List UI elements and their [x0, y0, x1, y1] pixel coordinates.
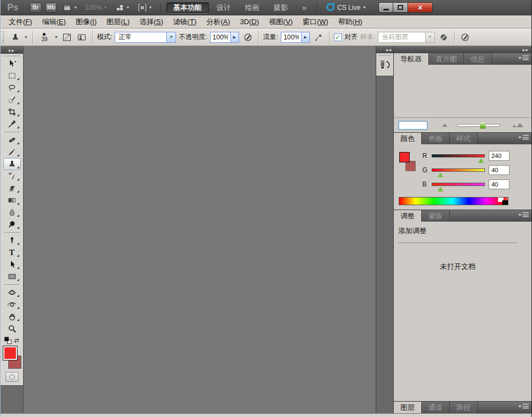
layers-panel-menu-icon[interactable]	[518, 404, 529, 409]
color-tab[interactable]: 色板	[422, 133, 450, 144]
spinner-arrow-icon[interactable]: ▶	[230, 32, 239, 42]
default-colors-icon[interactable]	[4, 337, 12, 344]
adjustments-tab[interactable]: 蒙版	[422, 210, 450, 222]
color-tab[interactable]: 样式	[450, 133, 478, 144]
menu-item-H[interactable]: 帮助(H)	[333, 15, 367, 28]
menu-item-E[interactable]: 编辑(E)	[37, 15, 71, 28]
layers-tab[interactable]: 通道	[422, 402, 450, 413]
layers-tab[interactable]: 图层	[394, 402, 422, 413]
foreground-color-swatch[interactable]	[3, 346, 18, 360]
workspace-button-2[interactable]: 设计	[210, 2, 237, 13]
channel-G-slider[interactable]	[432, 168, 485, 172]
tablet-pressure-opacity-button[interactable]	[242, 31, 254, 43]
menu-item-L[interactable]: 图层(L)	[101, 15, 134, 28]
brush-preset-picker[interactable]: 39	[37, 32, 52, 42]
channel-R-slider[interactable]	[432, 154, 485, 157]
clone-stamp-tool[interactable]	[3, 158, 21, 170]
toolbox-collapse-button[interactable]: ▶▶	[1, 46, 23, 54]
menu-item-S[interactable]: 选择(S)	[134, 15, 168, 28]
toggle-clone-source-panel-button[interactable]	[76, 31, 88, 43]
adjustments-panel-menu-icon[interactable]	[518, 212, 529, 217]
swap-colors-icon[interactable]: ⇄	[14, 337, 19, 344]
zoom-level-dropdown[interactable]: 100% ▼	[83, 3, 110, 13]
menu-item-T[interactable]: 滤镜(T)	[168, 15, 202, 28]
brush-tool[interactable]	[3, 146, 21, 158]
lasso-tool[interactable]	[3, 82, 21, 94]
menu-item-W[interactable]: 窗口(W)	[298, 15, 333, 28]
slider-thumb[interactable]	[480, 122, 486, 129]
blur-tool[interactable]	[3, 206, 21, 218]
3d-orbit-tool[interactable]	[3, 298, 21, 311]
history-panel-button[interactable]	[378, 57, 392, 74]
slider-thumb[interactable]	[478, 159, 484, 163]
arrange-documents-dropdown[interactable]: ▼	[113, 2, 132, 13]
flow-field[interactable]: ▶	[281, 32, 310, 43]
align-checkbox[interactable]: ✓	[334, 33, 342, 41]
expand-dock-button[interactable]: ◀◀	[376, 46, 393, 53]
view-extras-dropdown[interactable]: ▼	[60, 2, 80, 13]
slider-thumb[interactable]	[438, 173, 443, 177]
navigator-zoom-slider[interactable]	[457, 124, 500, 127]
chevron-down-icon[interactable]: ▼	[166, 32, 176, 42]
slider-thumb[interactable]	[438, 187, 443, 191]
toggle-brush-panel-button[interactable]	[61, 31, 73, 43]
screen-mode-dropdown[interactable]: ▼	[135, 2, 155, 13]
eyedropper-tool[interactable]	[3, 118, 21, 130]
path-selection-tool[interactable]	[3, 258, 21, 271]
workspace-button-3[interactable]: 绘画	[239, 2, 266, 13]
black-swatch[interactable]	[502, 200, 508, 205]
rectangular-marquee-tool[interactable]	[3, 70, 21, 82]
zoom-tool[interactable]	[3, 323, 21, 335]
color-tab[interactable]: 颜色	[394, 133, 422, 144]
cs-live-button[interactable]: CS Live ▼	[322, 2, 370, 13]
3d-rotate-tool[interactable]	[3, 286, 21, 298]
tablet-pressure-size-button[interactable]	[459, 31, 471, 43]
mode-select[interactable]: 正常 ▼	[115, 32, 176, 43]
spinner-arrow-icon[interactable]: ▶	[301, 32, 309, 42]
flow-input[interactable]	[281, 33, 301, 41]
workspace-button-1[interactable]: 基本功能	[166, 2, 209, 13]
workspace-button-4[interactable]: 摄影	[267, 2, 295, 13]
opacity-input[interactable]	[211, 33, 230, 41]
quick-mask-button[interactable]	[5, 372, 19, 382]
eraser-tool[interactable]	[3, 182, 21, 194]
navigator-tab[interactable]: 直方图	[429, 53, 464, 65]
dodge-tool[interactable]	[3, 218, 21, 230]
airbrush-button[interactable]	[313, 31, 325, 43]
foreground-color-swatch[interactable]	[399, 152, 410, 162]
navigator-tab[interactable]: 信息	[464, 53, 492, 65]
menu-item-A[interactable]: 分析(A)	[201, 15, 235, 28]
channel-G-input[interactable]	[489, 165, 510, 175]
navigator-tab[interactable]: 导航器	[394, 53, 429, 65]
launch-bridge-button[interactable]: Br	[30, 3, 42, 13]
workspace-overflow-button[interactable]: »	[298, 3, 311, 12]
quick-selection-tool[interactable]	[3, 94, 21, 106]
adjustments-tab[interactable]: 调整	[394, 210, 422, 222]
gradient-tool[interactable]	[3, 194, 21, 206]
menu-item-F[interactable]: 文件(F)	[4, 15, 37, 28]
menu-item-D[interactable]: 3D(D)	[235, 15, 264, 28]
ignore-adjustment-layers-button[interactable]	[438, 31, 450, 43]
collapse-dock-button[interactable]: ▶▶	[394, 46, 531, 53]
rectangle-tool[interactable]	[3, 271, 21, 283]
toolbox-grip[interactable]	[4, 55, 20, 57]
pen-tool[interactable]	[3, 234, 21, 246]
type-tool[interactable]: T	[3, 246, 21, 258]
opacity-field[interactable]: ▶	[210, 32, 239, 43]
menu-item-I[interactable]: 图像(I)	[71, 15, 101, 28]
navigator-zoom-input[interactable]	[398, 121, 428, 130]
menu-item-V[interactable]: 视图(V)	[264, 15, 297, 28]
color-panel-menu-icon[interactable]	[518, 135, 529, 140]
spot-healing-brush-tool[interactable]	[3, 134, 21, 146]
canvas-area[interactable]	[24, 46, 376, 413]
color-spectrum-ramp[interactable]	[399, 197, 508, 205]
crop-tool[interactable]	[3, 106, 21, 118]
zoom-in-icon[interactable]	[512, 123, 523, 127]
options-bar-grip[interactable]	[3, 31, 5, 43]
layers-tab[interactable]: 路径	[450, 402, 478, 413]
hand-tool[interactable]	[3, 311, 21, 323]
launch-mini-bridge-button[interactable]: Mb	[45, 3, 57, 13]
channel-R-input[interactable]	[489, 151, 510, 161]
tool-preset-icon[interactable]	[9, 31, 21, 43]
maximize-button[interactable]	[393, 2, 408, 13]
